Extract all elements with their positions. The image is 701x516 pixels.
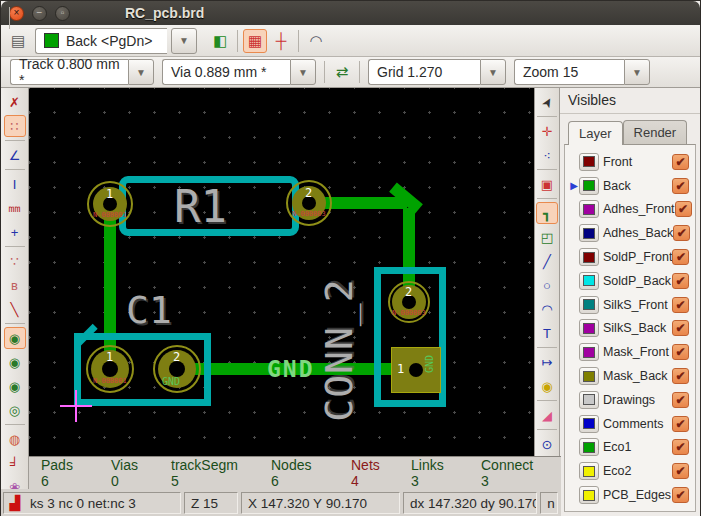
layer-color-button[interactable] [579,343,599,361]
layer-color-button[interactable] [579,153,599,171]
track-width-combo[interactable]: Track 0.800 mm * ▼ [10,59,154,85]
ratsnest-show-icon[interactable]: ◉ [4,327,26,349]
layer-row-soldp_front[interactable]: SoldP_Front✔ [569,245,695,269]
autodel-track-icon[interactable]: ◎ [4,399,26,421]
layer-visibility-checkbox[interactable]: ✔ [672,368,689,384]
add-line-icon[interactable]: ╱ [536,250,558,272]
layer-selector-combo[interactable]: Back <PgDn> [35,28,167,54]
pad-conn2-1[interactable]: 1 GND [391,347,441,393]
add-target-icon[interactable]: ◉ [536,375,558,397]
add-dimension-icon[interactable]: ↦ [536,351,558,373]
track-mode-icon[interactable]: ┼ [269,29,293,53]
layer-row-soldp_back[interactable]: SoldP_Back✔ [569,269,695,293]
layer-row-silks_back[interactable]: SilkS_Back✔ [569,317,695,341]
ratsnest-hide-icon[interactable]: ╲ [4,298,26,320]
layer-row-silks_front[interactable]: SilkS_Front✔ [569,293,695,317]
module-texts-icon[interactable]: ▟ [3,491,27,515]
layer-color-button[interactable] [579,438,599,456]
layer-visibility-checkbox[interactable]: ✔ [672,273,689,289]
layer-color-button[interactable] [579,296,599,314]
zoom-level-combo[interactable]: Zoom 15 ▼ [514,59,650,85]
layer-color-button[interactable] [579,486,599,504]
tab-layer[interactable]: Layer [568,121,623,145]
delete-icon[interactable]: ◢ [536,404,558,426]
layer-visibility-checkbox[interactable]: ✔ [672,249,689,265]
grid-size-combo[interactable]: Grid 1.270 ▼ [368,59,506,85]
polar-coords-icon[interactable]: ∠ [4,144,26,166]
units-inch-icon[interactable]: I [4,173,26,195]
layer-visibility-checkbox[interactable]: ✔ [672,392,689,408]
layer-row-adhes_front[interactable]: Adhes_Front✔ [569,198,695,222]
pad-c1-2[interactable]: 2 GND [153,345,201,393]
tab-render[interactable]: Render [623,120,688,144]
select-cursor-icon[interactable]: ➤ [536,91,558,113]
module-ratsnest-icon[interactable]: ◉ [4,351,26,373]
minimize-window-button[interactable]: − [32,6,47,21]
pad-c1-1[interactable]: 1 N-000001 [86,345,134,393]
layer-selector-dropdown[interactable]: ▼ [171,28,197,54]
via-size-combo[interactable]: Via 0.889 mm * ▼ [162,59,316,85]
layer-color-button[interactable] [579,200,599,218]
component-ref-r1[interactable]: R1 [174,181,227,232]
net-highlight-icon[interactable]: ✛ [536,120,558,142]
layer-visibility-checkbox[interactable]: ✔ [672,439,689,455]
layer-row-mask_back[interactable]: Mask_Back✔ [569,364,695,388]
auto-track-width-icon[interactable]: ⇄ [330,60,354,84]
add-circle-icon[interactable]: ○ [536,274,558,296]
local-ratsnest-icon[interactable]: ⁖ [536,144,558,166]
layer-visibility-checkbox[interactable]: ✔ [672,320,689,336]
layer-visibility-checkbox[interactable]: ✔ [672,154,689,170]
add-arc-icon[interactable]: ◠ [536,298,558,320]
layer-color-button[interactable] [579,367,599,385]
layer-color-button[interactable] [579,272,599,290]
microwave-tools-icon[interactable]: ◠ [304,29,328,53]
layer-color-button[interactable] [579,224,599,242]
print-icon[interactable]: ▤ [6,29,30,53]
layer-row-back[interactable]: ▶Back✔ [569,174,695,198]
layer-row-eco2[interactable]: Eco2✔ [569,459,695,483]
layer-row-adhes_back[interactable]: Adhes_Back✔ [569,221,695,245]
pcb-canvas[interactable]: R1 1 N-000001 2 N-000003 C1 1 N-000001 [29,88,536,456]
layer-color-button[interactable] [579,415,599,433]
layer-color-button[interactable] [579,391,599,409]
units-mm-icon[interactable]: ㎜ [4,197,26,219]
component-ref-conn2[interactable]: CONN_2 [317,270,361,430]
tracks-sketch-icon[interactable]: ╛ [4,452,26,474]
layer-row-drawings[interactable]: Drawings✔ [569,388,695,412]
layer-row-pcb_edges[interactable]: PCB_Edges✔ [569,483,695,507]
add-zone-icon[interactable]: ◰ [536,226,558,248]
component-ref-c1[interactable]: C1 [126,288,172,332]
add-footprint-icon[interactable]: ▣ [536,173,558,195]
layer-visibility-checkbox[interactable]: ✔ [672,487,689,503]
layer-visibility-checkbox[interactable]: ✔ [672,344,689,360]
layer-visibility-checkbox[interactable]: ✔ [672,297,689,313]
layer-visibility-checkbox[interactable]: ✔ [672,416,689,432]
add-track-icon[interactable]: ┓ [536,202,558,224]
layer-row-mask_front[interactable]: Mask_Front✔ [569,340,695,364]
module-ratsnest-b-icon[interactable]: ◉ [4,375,26,397]
layer-visibility-checkbox[interactable]: ✔ [672,463,689,479]
drc-off-icon[interactable]: ✗ [4,91,26,113]
layer-row-comments[interactable]: Comments✔ [569,412,695,436]
layer-visibility-checkbox[interactable]: ✔ [673,225,690,241]
add-text-icon[interactable]: T [536,322,558,344]
layer-color-button[interactable] [579,248,599,266]
set-offset-icon[interactable]: ⊙ [536,433,558,455]
cursor-shape-icon[interactable]: + [4,221,26,243]
pad-r1-1[interactable]: 1 N-000001 [87,181,133,227]
layer-color-button[interactable] [579,319,599,337]
layer-color-button[interactable] [579,462,599,480]
maximize-window-button[interactable]: ▫ [55,6,70,21]
layer-row-front[interactable]: Front✔ [569,150,695,174]
layer-visibility-checkbox[interactable]: ✔ [672,178,689,194]
show-zones-icon[interactable]: ◍ [4,428,26,450]
pads-sketch-icon[interactable]: ∵ [4,250,26,272]
redo-icon[interactable]: ↷ [6,0,30,7]
layer-visibility-checkbox[interactable]: ✔ [675,201,692,217]
footprint-mode-icon[interactable]: ▦ [243,29,267,53]
layer-row-eco1[interactable]: Eco1✔ [569,436,695,460]
pad-conn2-2[interactable]: 2 N-000003 [388,281,430,323]
grid-show-icon[interactable]: ∷ [4,115,26,137]
contrast-mode-icon[interactable]: ◧ [208,29,232,53]
pad-r1-2[interactable]: 2 N-000003 [286,180,332,226]
